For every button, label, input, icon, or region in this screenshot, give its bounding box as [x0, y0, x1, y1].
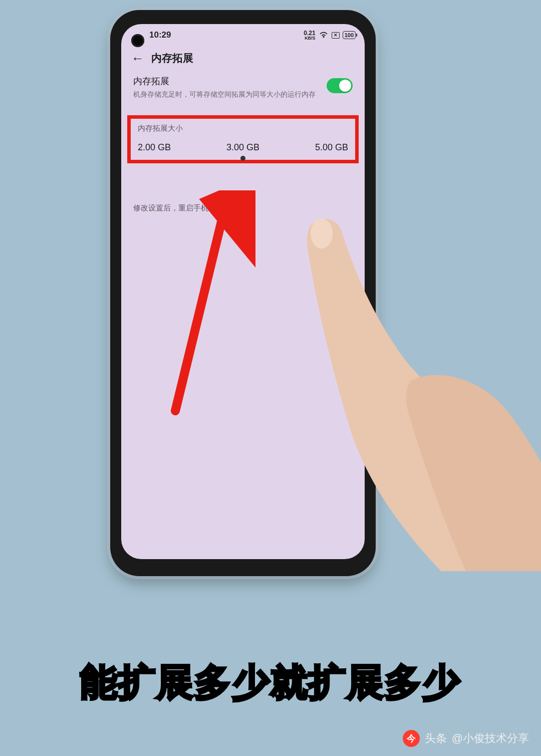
network-speed: 0.21 KB/S	[304, 30, 315, 41]
wifi-icon	[319, 31, 329, 40]
battery-icon: 100	[343, 31, 356, 39]
battery-level: 100	[345, 32, 354, 38]
memory-size-options: 内存拓展大小 2.00 GB 3.00 GB 5.00 GB	[127, 115, 359, 163]
status-right: 0.21 KB/S ✕ 100	[304, 30, 356, 41]
page-header: ← 内存拓展	[121, 46, 365, 72]
option-2gb[interactable]: 2.00 GB	[138, 142, 171, 153]
option-3gb[interactable]: 3.00 GB	[226, 142, 259, 153]
options-label: 内存拓展大小	[138, 124, 348, 133]
watermark-source: 头条	[425, 731, 447, 746]
back-arrow-icon[interactable]: ←	[131, 52, 144, 65]
toggle-description: 机身存储充足时，可将存储空间拓展为同等大小的运行内存	[133, 89, 317, 99]
memory-extension-toggle[interactable]	[327, 78, 353, 93]
restart-hint: 修改设置后，重启手机	[121, 203, 365, 213]
status-bar: 10:29 0.21 KB/S ✕ 100	[121, 24, 365, 46]
selection-indicator	[240, 156, 245, 161]
watermark-author: @小俊技术分享	[452, 731, 529, 746]
watermark: 今 头条 @小俊技术分享	[403, 730, 529, 747]
memory-extension-toggle-section: 内存拓展 机身存储充足时，可将存储空间拓展为同等大小的运行内存	[121, 72, 365, 105]
punch-hole-camera	[131, 34, 144, 47]
option-5gb[interactable]: 5.00 GB	[315, 142, 348, 153]
sim-icon: ✕	[332, 32, 340, 39]
phone-device: 10:29 0.21 KB/S ✕ 100 ← 内存拓展	[110, 10, 376, 576]
phone-screen: 10:29 0.21 KB/S ✕ 100 ← 内存拓展	[121, 24, 365, 559]
status-time: 10:29	[149, 30, 171, 40]
page-title: 内存拓展	[151, 51, 193, 65]
toggle-title: 内存拓展	[133, 75, 317, 87]
video-caption: 能扩展多少就扩展多少	[0, 658, 541, 708]
toutiao-logo-icon: 今	[403, 730, 420, 747]
